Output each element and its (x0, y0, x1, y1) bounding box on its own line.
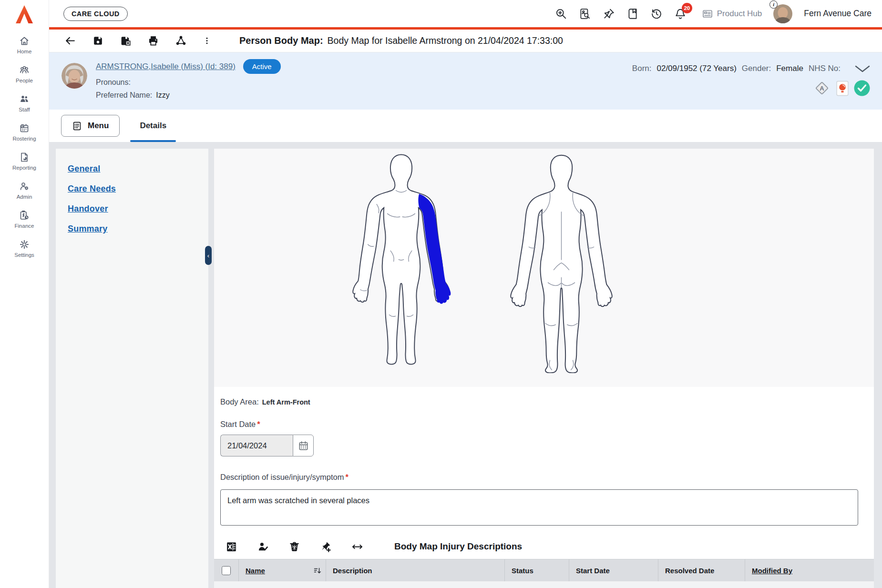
export-excel-button[interactable] (226, 541, 237, 553)
app-logo-icon (13, 4, 35, 25)
user-avatar[interactable]: i (773, 4, 792, 23)
assign-person-button[interactable] (257, 541, 269, 553)
settings-gear-icon (19, 239, 30, 250)
alarm-card-icon[interactable] (836, 81, 849, 96)
gender-value: Female (776, 64, 803, 73)
section-link-general[interactable]: General (68, 164, 100, 174)
column-header-name-label: Name (246, 567, 265, 575)
top-header-bar: CARE CLOUD (49, 0, 882, 27)
care-cloud-pill[interactable]: CARE CLOUD (63, 7, 128, 21)
gender-label: Gender: (742, 64, 771, 73)
page-title-text: Body Map for Isabelle Armstrong on 21/04… (328, 35, 563, 46)
finance-icon (19, 210, 30, 221)
body-map-viewer (214, 149, 874, 387)
sidebar-item-label: People (16, 78, 33, 83)
description-label: Description of issue/injury/symptom (220, 473, 344, 482)
status-check-icon[interactable] (853, 80, 871, 97)
sidebar-item-label: Admin (17, 194, 32, 200)
menu-button-label: Menu (88, 121, 109, 131)
status-badge: Active (243, 59, 281, 74)
select-all-checkbox[interactable] (222, 566, 231, 575)
allergy-alert-icon[interactable]: A (812, 78, 832, 98)
save-button[interactable] (92, 35, 104, 47)
resize-columns-button[interactable] (351, 541, 363, 553)
sidebar-item-finance[interactable]: Finance (15, 210, 34, 229)
notifications-button[interactable]: 20 (674, 8, 687, 20)
description-textarea[interactable]: Left arm was scratched in several places (220, 489, 858, 526)
menu-list-icon (72, 121, 82, 131)
column-header-description[interactable]: Description (326, 559, 505, 581)
product-hub-button[interactable]: Product Hub (702, 8, 762, 20)
start-date-input[interactable] (220, 435, 293, 456)
section-link-handover[interactable]: Handover (68, 204, 108, 214)
info-badge: i (769, 0, 778, 9)
section-link-summary[interactable]: Summary (68, 224, 107, 234)
tab-details-label: Details (140, 121, 166, 131)
body-map-card: Body Area:Left Arm-Front Start Date* (214, 149, 874, 588)
pronouns-label: Pronouns: (96, 78, 131, 86)
patient-banner: ARMSTRONG,Isabelle (Miss) (Id: 389) Acti… (49, 52, 882, 110)
sidebar-item-reporting[interactable]: Reporting (12, 152, 36, 171)
injury-table-section: Body Map Injury Descriptions Name (214, 534, 874, 588)
injury-form: Body Area:Left Arm-Front Start Date* (214, 387, 874, 526)
start-date-label: Start Date (220, 420, 256, 429)
body-back-figure (494, 150, 628, 373)
column-header-resolved-date[interactable]: Resolved Date (658, 559, 745, 581)
history-icon[interactable] (650, 8, 663, 20)
select-all-cell (214, 559, 239, 581)
column-header-start-date[interactable]: Start Date (569, 559, 658, 581)
body-map-back[interactable] (494, 150, 628, 373)
expand-banner-chevron-icon[interactable] (854, 65, 871, 73)
patient-name-link[interactable]: ARMSTRONG,Isabelle (Miss) (Id: 389) (96, 62, 236, 71)
collapse-panel-handle[interactable]: ‹ (205, 246, 212, 265)
allergy-letter: A (820, 85, 824, 92)
sidebar-item-people[interactable]: People (16, 64, 33, 83)
record-search-icon[interactable] (579, 8, 591, 20)
organisation-name: Fern Avenue Care (804, 9, 872, 19)
sidebar-item-label: Settings (14, 252, 34, 258)
body-area-value: Left Arm-Front (262, 398, 310, 406)
body-map-front[interactable] (335, 150, 467, 370)
patient-avatar[interactable] (62, 63, 87, 89)
left-nav-rail: Home People Staff Rostering R (0, 0, 49, 588)
calendar-button[interactable] (293, 435, 314, 456)
born-label: Born: (632, 64, 652, 73)
body-area-label: Body Area: (220, 397, 259, 406)
born-value: 02/09/1952 (72 Years) (656, 64, 736, 73)
section-link-care-needs[interactable]: Care Needs (68, 184, 116, 194)
sidebar-item-staff[interactable]: Staff (19, 93, 30, 112)
injury-table-toolbar: Body Map Injury Descriptions (214, 534, 874, 559)
column-header-name[interactable]: Name (239, 559, 326, 581)
required-marker: * (346, 473, 349, 482)
save-close-button[interactable] (120, 35, 132, 47)
column-header-status[interactable]: Status (505, 559, 569, 581)
preferred-name-label: Preferred Name: (96, 91, 152, 99)
back-button[interactable] (64, 35, 76, 47)
calendar-icon (298, 440, 309, 451)
sidebar-item-label: Staff (19, 107, 30, 112)
column-header-modified-by[interactable]: Modified By (745, 559, 874, 581)
sidebar-item-admin[interactable]: Admin (17, 181, 32, 200)
sidebar-item-rostering[interactable]: Rostering (12, 122, 36, 142)
sidebar-item-settings[interactable]: Settings (14, 239, 34, 258)
bookmark-book-icon[interactable] (626, 8, 639, 20)
more-options-button[interactable] (203, 35, 211, 47)
pin-icon[interactable] (603, 8, 615, 20)
sidebar-item-home[interactable]: Home (17, 35, 32, 54)
column-header-resolved-date-label: Resolved Date (665, 567, 714, 575)
sort-icon[interactable] (313, 567, 321, 575)
column-header-description-label: Description (333, 567, 372, 575)
pin-add-button[interactable] (320, 541, 332, 553)
column-header-status-label: Status (512, 567, 533, 575)
nhs-no-label: NHS No: (809, 64, 841, 73)
zoom-in-icon[interactable] (555, 8, 567, 20)
delete-button[interactable] (288, 541, 300, 553)
share-button[interactable] (175, 35, 187, 47)
rostering-calendar-icon (19, 122, 30, 134)
document-toolbar: Person Body Map: Body Map for Isabelle A… (49, 30, 882, 52)
menu-button[interactable]: Menu (61, 115, 120, 137)
print-button[interactable] (147, 35, 159, 47)
sidebar-item-label: Home (17, 49, 32, 54)
app-logo[interactable] (13, 4, 35, 25)
tab-details[interactable]: Details (130, 110, 176, 142)
